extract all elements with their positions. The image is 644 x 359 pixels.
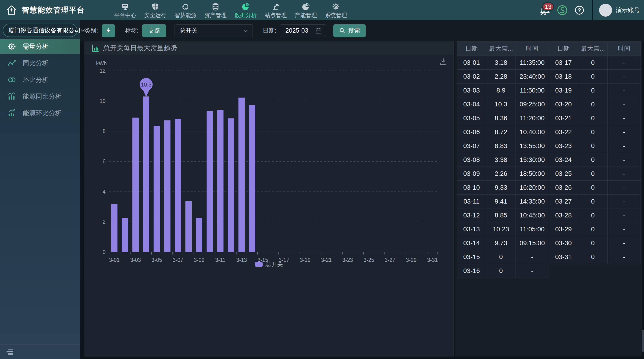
table-cell: 0: [578, 236, 608, 250]
nav-label: 产能管理: [295, 11, 317, 19]
table-cell: 8.85: [486, 208, 516, 222]
nav-item-4[interactable]: 资产管理: [204, 0, 227, 20]
table-cell: 03-10: [457, 181, 486, 195]
app-logo: 智慧能效管理平台: [6, 5, 85, 16]
table-row: 03-128.8510:45:0003-280-: [457, 208, 641, 222]
nav-item-3[interactable]: 智慧能源: [174, 0, 197, 20]
table-header-cell: 最大需...: [486, 42, 516, 56]
page-scrollbar-thumb[interactable]: [642, 330, 644, 352]
sidebar-item-4[interactable]: 能源同比分析: [0, 89, 80, 104]
sidebar-item-label: 环比分析: [23, 75, 48, 84]
bars-wave-icon: [8, 92, 16, 101]
top-nav: 平台中心安全运行智慧能源资产管理数据分析站点管理产能管理系统管理: [114, 0, 347, 20]
table-cell: 0: [486, 264, 516, 278]
table-cell: [608, 264, 641, 278]
table-row: 03-119.4114:35:0003-270-: [457, 195, 641, 208]
notification-bell-button[interactable]: 13: [539, 4, 551, 17]
search-button[interactable]: 搜索: [333, 24, 366, 37]
date-picker-input[interactable]: 2025-03: [280, 24, 326, 37]
table-cell: 03-11: [457, 195, 486, 208]
nav-item-7[interactable]: 产能管理: [294, 0, 317, 20]
nav-item-5[interactable]: 数据分析: [234, 0, 257, 20]
table-cell: 8.9: [486, 83, 516, 97]
table-cell: 0: [578, 125, 608, 139]
table-cell: 03-30: [549, 236, 578, 250]
table-cell: 03-29: [549, 222, 578, 236]
robot-arm-icon: [272, 2, 280, 11]
table-cell: 03-04: [457, 97, 486, 111]
bar-chart-icon: [91, 44, 100, 52]
table-cell: 0: [578, 83, 608, 97]
table-cell: 03-17: [549, 56, 578, 70]
nav-item-1[interactable]: 平台中心: [114, 0, 136, 20]
company-name: 厦门锐谷通信设备有限公司: [8, 26, 80, 34]
table-cell: 0: [578, 181, 608, 195]
device-select[interactable]: 总开关: [174, 24, 253, 37]
sidebar-collapse-button[interactable]: [0, 344, 80, 359]
table-cell: 0: [578, 56, 608, 70]
table-cell: 15:30:00: [516, 153, 549, 167]
table-header-row: 日期最大需...时间日期最大需...时间: [457, 42, 641, 56]
help-icon[interactable]: ?: [574, 5, 585, 15]
chart-title: 总开关每日最大需量趋势: [103, 43, 177, 53]
header-right-cluster: 13 ? 演示账号: [539, 0, 640, 20]
demand-table: 日期最大需...时间日期最大需...时间 03-013.1811:35:0003…: [457, 41, 641, 278]
company-selector[interactable]: 厦门锐谷通信设备有限公司: [3, 23, 77, 37]
chevron-down-icon: [80, 28, 85, 32]
table-cell: 13:55:00: [516, 139, 549, 153]
table-cell: 16:20:00: [516, 181, 549, 195]
sidebar-item-1[interactable]: 需量分析: [0, 39, 80, 54]
device-select-value: 总开关: [180, 26, 198, 35]
table-cell: 0: [578, 153, 608, 167]
table-cell: 11:50:00: [516, 83, 549, 97]
table-cell: 03-08: [457, 153, 486, 167]
tag-branch-button[interactable]: 支路: [142, 24, 166, 37]
table-row: 03-149.7309:15:0003-300-: [457, 236, 641, 250]
nav-label: 系统管理: [325, 11, 347, 19]
table-cell: -: [608, 111, 641, 125]
nav-item-8[interactable]: 系统管理: [324, 0, 347, 20]
top-header: 智慧能效管理平台 平台中心安全运行智慧能源资产管理数据分析站点管理产能管理系统管…: [0, 0, 644, 20]
sidebar: 厦门锐谷通信设备有限公司 需量分析同比分析环比分析能源同比分析能源环比分析: [0, 20, 80, 359]
gear-bolt-icon: [8, 42, 16, 51]
table-cell: 03-09: [457, 167, 486, 181]
table-cell: -: [608, 167, 641, 181]
table-cell: 03-19: [549, 83, 578, 97]
chart-legend[interactable]: 总开关: [84, 261, 454, 268]
table-cell: -: [516, 250, 549, 264]
table-cell: 03-27: [549, 195, 578, 208]
user-name[interactable]: 演示账号: [616, 6, 640, 14]
nav-item-2[interactable]: 安全运行: [144, 0, 167, 20]
sidebar-item-3[interactable]: 环比分析: [0, 73, 80, 87]
connection-status-icon[interactable]: [556, 4, 568, 16]
sidebar-item-2[interactable]: 同比分析: [0, 56, 80, 70]
table-cell: [578, 264, 608, 278]
table-cell: 03-28: [549, 208, 578, 222]
svg-text:6: 6: [102, 158, 106, 164]
table-cell: -: [516, 264, 549, 278]
table-cell: 03-12: [457, 208, 486, 222]
category-electric-button[interactable]: [102, 24, 115, 37]
user-avatar[interactable]: [599, 4, 612, 17]
table-cell: 0: [578, 70, 608, 83]
svg-text:2: 2: [102, 219, 106, 225]
nav-label: 资产管理: [204, 11, 227, 19]
table-cell: 11:05:00: [516, 222, 549, 236]
legend-swatch: [255, 262, 263, 267]
chart-panel: 总开关每日最大需量趋势 kWh0246810123-013-033-053-07…: [84, 41, 454, 357]
nav-item-6[interactable]: 站点管理: [264, 0, 287, 20]
table-cell: 03-02: [457, 70, 486, 83]
legend-label: 总开关: [266, 261, 283, 268]
demand-bar-chart: kWh0246810123-013-033-053-073-093-113-13…: [84, 55, 454, 356]
filter-bar: 类别: 标签: 支路 总开关 日期: 2025-03 搜索: [80, 20, 644, 41]
table-cell: -: [608, 56, 641, 70]
table-cell: 0: [486, 250, 516, 264]
sidebar-item-5[interactable]: 能源环比分析: [0, 106, 80, 120]
table-cell: -: [608, 83, 641, 97]
table-cell: 8.36: [486, 111, 516, 125]
svg-text:0: 0: [102, 249, 106, 255]
table-cell: 03-21: [549, 111, 578, 125]
table-header-cell: 最大需...: [578, 42, 608, 56]
table-header-cell: 日期: [457, 42, 486, 56]
svg-text:4: 4: [102, 189, 106, 195]
